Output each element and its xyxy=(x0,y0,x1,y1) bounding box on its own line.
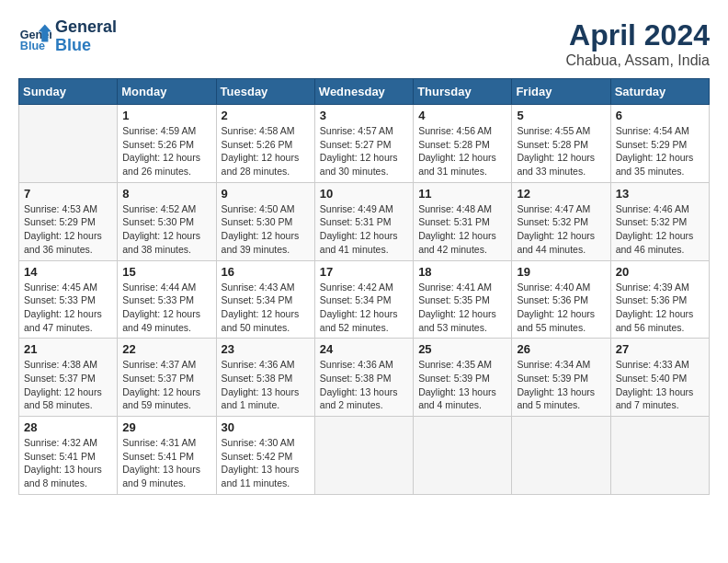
day-cell: 9Sunrise: 4:50 AM Sunset: 5:30 PM Daylig… xyxy=(216,182,314,260)
day-cell: 1Sunrise: 4:59 AM Sunset: 5:26 PM Daylig… xyxy=(118,105,216,183)
day-cell xyxy=(512,417,610,495)
day-cell: 2Sunrise: 4:58 AM Sunset: 5:26 PM Daylig… xyxy=(216,105,314,183)
day-number: 24 xyxy=(320,342,408,356)
day-number: 16 xyxy=(222,265,310,279)
day-info: Sunrise: 4:48 AM Sunset: 5:31 PM Dayligh… xyxy=(418,202,506,257)
week-row-4: 28Sunrise: 4:32 AM Sunset: 5:41 PM Dayli… xyxy=(19,417,710,495)
day-info: Sunrise: 4:30 AM Sunset: 5:42 PM Dayligh… xyxy=(222,436,310,490)
day-cell: 20Sunrise: 4:39 AM Sunset: 5:36 PM Dayli… xyxy=(610,260,709,339)
page-subtitle: Chabua, Assam, India xyxy=(565,52,710,69)
day-info: Sunrise: 4:53 AM Sunset: 5:29 PM Dayligh… xyxy=(24,202,112,257)
day-cell: 18Sunrise: 4:41 AM Sunset: 5:35 PM Dayli… xyxy=(414,260,512,339)
day-number: 5 xyxy=(517,109,605,122)
day-cell: 6Sunrise: 4:54 AM Sunset: 5:29 PM Daylig… xyxy=(610,105,709,183)
day-info: Sunrise: 4:41 AM Sunset: 5:35 PM Dayligh… xyxy=(418,281,506,335)
day-number: 1 xyxy=(122,109,210,122)
page-title: April 2024 xyxy=(565,18,710,52)
day-number: 30 xyxy=(222,420,310,434)
day-number: 4 xyxy=(418,109,506,122)
calendar-table: SundayMondayTuesdayWednesdayThursdayFrid… xyxy=(18,78,710,495)
logo: General Blue General Blue xyxy=(18,18,117,55)
day-cell xyxy=(19,105,118,183)
day-number: 20 xyxy=(616,265,704,279)
day-cell: 19Sunrise: 4:40 AM Sunset: 5:36 PM Dayli… xyxy=(512,260,610,339)
day-info: Sunrise: 4:33 AM Sunset: 5:40 PM Dayligh… xyxy=(616,358,704,412)
day-info: Sunrise: 4:37 AM Sunset: 5:37 PM Dayligh… xyxy=(122,358,210,412)
week-row-3: 21Sunrise: 4:38 AM Sunset: 5:37 PM Dayli… xyxy=(19,339,710,417)
day-info: Sunrise: 4:49 AM Sunset: 5:31 PM Dayligh… xyxy=(320,202,408,257)
day-cell: 11Sunrise: 4:48 AM Sunset: 5:31 PM Dayli… xyxy=(414,182,512,260)
day-cell: 26Sunrise: 4:34 AM Sunset: 5:39 PM Dayli… xyxy=(512,339,610,417)
day-info: Sunrise: 4:38 AM Sunset: 5:37 PM Dayligh… xyxy=(24,358,112,412)
day-info: Sunrise: 4:54 AM Sunset: 5:29 PM Dayligh… xyxy=(616,124,704,178)
day-cell: 23Sunrise: 4:36 AM Sunset: 5:38 PM Dayli… xyxy=(216,339,314,417)
day-number: 8 xyxy=(122,187,210,201)
day-cell xyxy=(610,417,709,495)
day-number: 19 xyxy=(517,265,605,279)
day-cell: 30Sunrise: 4:30 AM Sunset: 5:42 PM Dayli… xyxy=(216,417,314,495)
day-info: Sunrise: 4:50 AM Sunset: 5:30 PM Dayligh… xyxy=(222,202,310,257)
day-info: Sunrise: 4:45 AM Sunset: 5:33 PM Dayligh… xyxy=(24,281,112,335)
day-cell: 15Sunrise: 4:44 AM Sunset: 5:33 PM Dayli… xyxy=(118,260,216,339)
day-info: Sunrise: 4:46 AM Sunset: 5:32 PM Dayligh… xyxy=(616,202,704,257)
day-number: 14 xyxy=(24,265,112,279)
header-cell-thursday: Thursday xyxy=(414,79,512,105)
day-cell: 28Sunrise: 4:32 AM Sunset: 5:41 PM Dayli… xyxy=(19,417,118,495)
day-number: 21 xyxy=(24,342,112,356)
header-row: SundayMondayTuesdayWednesdayThursdayFrid… xyxy=(19,79,710,105)
day-info: Sunrise: 4:47 AM Sunset: 5:32 PM Dayligh… xyxy=(517,202,605,257)
day-cell: 25Sunrise: 4:35 AM Sunset: 5:39 PM Dayli… xyxy=(414,339,512,417)
day-cell: 14Sunrise: 4:45 AM Sunset: 5:33 PM Dayli… xyxy=(19,260,118,339)
day-cell: 12Sunrise: 4:47 AM Sunset: 5:32 PM Dayli… xyxy=(512,182,610,260)
day-info: Sunrise: 4:58 AM Sunset: 5:26 PM Dayligh… xyxy=(222,124,310,178)
day-cell: 16Sunrise: 4:43 AM Sunset: 5:34 PM Dayli… xyxy=(216,260,314,339)
day-cell: 4Sunrise: 4:56 AM Sunset: 5:28 PM Daylig… xyxy=(414,105,512,183)
day-cell: 21Sunrise: 4:38 AM Sunset: 5:37 PM Dayli… xyxy=(19,339,118,417)
day-number: 10 xyxy=(320,187,408,201)
logo-icon: General Blue xyxy=(18,20,51,53)
header-cell-friday: Friday xyxy=(512,79,610,105)
day-number: 27 xyxy=(616,342,704,356)
day-cell: 5Sunrise: 4:55 AM Sunset: 5:28 PM Daylig… xyxy=(512,105,610,183)
day-cell: 13Sunrise: 4:46 AM Sunset: 5:32 PM Dayli… xyxy=(610,182,709,260)
day-info: Sunrise: 4:36 AM Sunset: 5:38 PM Dayligh… xyxy=(222,358,310,412)
day-number: 26 xyxy=(517,342,605,356)
day-number: 7 xyxy=(24,187,112,201)
day-info: Sunrise: 4:43 AM Sunset: 5:34 PM Dayligh… xyxy=(222,281,310,335)
title-block: April 2024 Chabua, Assam, India xyxy=(565,18,710,69)
day-number: 6 xyxy=(616,109,704,122)
day-number: 25 xyxy=(418,342,506,356)
day-info: Sunrise: 4:31 AM Sunset: 5:41 PM Dayligh… xyxy=(122,436,210,490)
header-cell-sunday: Sunday xyxy=(19,79,118,105)
day-number: 22 xyxy=(122,342,210,356)
day-info: Sunrise: 4:59 AM Sunset: 5:26 PM Dayligh… xyxy=(122,124,210,178)
day-cell: 29Sunrise: 4:31 AM Sunset: 5:41 PM Dayli… xyxy=(118,417,216,495)
day-info: Sunrise: 4:52 AM Sunset: 5:30 PM Dayligh… xyxy=(122,202,210,257)
day-info: Sunrise: 4:34 AM Sunset: 5:39 PM Dayligh… xyxy=(517,358,605,412)
day-number: 29 xyxy=(122,420,210,434)
day-number: 15 xyxy=(122,265,210,279)
day-info: Sunrise: 4:56 AM Sunset: 5:28 PM Dayligh… xyxy=(418,124,506,178)
header-cell-tuesday: Tuesday xyxy=(216,79,314,105)
day-info: Sunrise: 4:36 AM Sunset: 5:38 PM Dayligh… xyxy=(320,358,408,412)
day-number: 12 xyxy=(517,187,605,201)
page-header: General Blue General Blue April 2024 Cha… xyxy=(18,18,710,69)
day-cell: 27Sunrise: 4:33 AM Sunset: 5:40 PM Dayli… xyxy=(610,339,709,417)
day-number: 11 xyxy=(418,187,506,201)
day-number: 18 xyxy=(418,265,506,279)
week-row-2: 14Sunrise: 4:45 AM Sunset: 5:33 PM Dayli… xyxy=(19,260,710,339)
day-cell xyxy=(314,417,413,495)
day-info: Sunrise: 4:57 AM Sunset: 5:27 PM Dayligh… xyxy=(320,124,408,178)
day-cell: 10Sunrise: 4:49 AM Sunset: 5:31 PM Dayli… xyxy=(314,182,413,260)
day-cell xyxy=(414,417,512,495)
day-info: Sunrise: 4:32 AM Sunset: 5:41 PM Dayligh… xyxy=(24,436,112,490)
svg-text:Blue: Blue xyxy=(20,40,45,52)
day-number: 13 xyxy=(616,187,704,201)
day-cell: 22Sunrise: 4:37 AM Sunset: 5:37 PM Dayli… xyxy=(118,339,216,417)
logo-text-general: General xyxy=(55,18,117,37)
week-row-1: 7Sunrise: 4:53 AM Sunset: 5:29 PM Daylig… xyxy=(19,182,710,260)
day-cell: 3Sunrise: 4:57 AM Sunset: 5:27 PM Daylig… xyxy=(314,105,413,183)
day-info: Sunrise: 4:40 AM Sunset: 5:36 PM Dayligh… xyxy=(517,281,605,335)
day-number: 23 xyxy=(222,342,310,356)
logo-text-blue: Blue xyxy=(55,37,117,55)
